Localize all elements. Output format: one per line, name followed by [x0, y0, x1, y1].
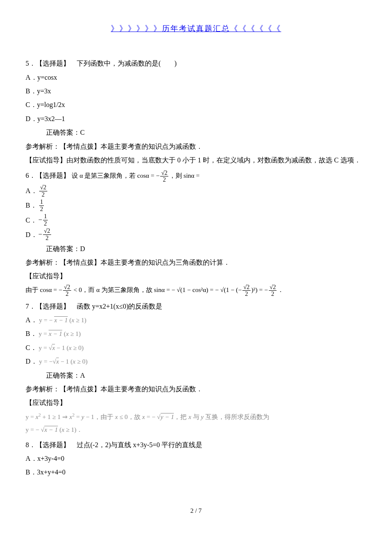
q8-option-b: B．3x+y+4=0: [26, 466, 366, 479]
q5-answer: 正确答案：C: [26, 126, 366, 139]
q7-a-math: y = − x − 1 (x ≥ 1): [39, 316, 86, 324]
q5-analysis-2: 【应试指导】由对数函数的性质可知，当底数大于 0 小于 1 时，在定义域内，对数…: [26, 154, 366, 167]
q5-option-b: B．y=3x: [26, 85, 366, 98]
q6-option-b: B． 12: [26, 199, 366, 212]
q6-b-math: 12: [39, 199, 44, 212]
q6-a-label: A．: [26, 185, 37, 197]
q8-option-a: A．x+3y-4=0: [26, 452, 366, 465]
q6-analysis-3: 由于 cosα = −√22 < 0，而 α 为第三象限角，故 sinα = −…: [26, 284, 366, 298]
q7-d-label: D．: [26, 358, 37, 365]
page-footer: 2 / 7: [26, 505, 366, 517]
q6-b-label: B．: [26, 199, 37, 212]
q7-option-b: B． y = x − 1 (x ≥ 1): [26, 327, 366, 340]
question-5: 5．【选择题】 下列函数中，为减函数的是( ) A．y=cosx B．y=3x …: [26, 57, 366, 167]
q7-answer: 正确答案：A: [26, 369, 366, 382]
question-6: 6．【选择题】 设 α 是第三象限角，若 cosα = −√22，则 sinα …: [26, 169, 366, 297]
q6-stem: 6．【选择题】 设 α 是第三象限角，若 cosα = −√22，则 sinα …: [26, 169, 366, 183]
q6-option-d: D． −√22: [26, 228, 366, 241]
q7-b-math: y = x − 1 (x ≥ 1): [39, 330, 81, 337]
q7-analysis-2: 【应试指导】: [26, 396, 366, 409]
q6-stem-math: 设 α 是第三象限角，若 cosα = −√22，则 sinα =: [72, 172, 199, 179]
q7-analysis-4: y = − √x − 1 (x ≥ 1)．: [26, 424, 366, 436]
q7-option-d: D． y = −√x − 1 (x ≥ 0): [26, 355, 366, 368]
q5-stem: 5．【选择题】 下列函数中，为减函数的是( ): [26, 57, 366, 70]
q7-c-math: y = √x − 1 (x ≥ 0): [39, 344, 84, 351]
q7-analysis-3: y = x2 + 1 ≥ 1 ⇒ x2 = y − 1，由于 x ≤ 0，故 x…: [26, 410, 366, 423]
header-link[interactable]: 》》》》》》历年考试真题汇总《《《《《《: [26, 21, 366, 36]
q6-d-math: −√22: [38, 228, 52, 241]
q6-c-label: C．: [26, 214, 37, 227]
q5-option-d: D．y=3x2—1: [26, 113, 366, 125]
q5-option-a: A．y=cosx: [26, 71, 366, 84]
q6-answer: 正确答案：D: [26, 243, 366, 255]
q6-c-math: −12: [38, 213, 49, 227]
q7-d-math: y = −√x − 1 (x ≥ 0): [39, 358, 88, 365]
q6-d-label: D．: [26, 228, 37, 241]
q7-c-label: C．: [26, 344, 37, 351]
question-7: 7．【选择题】 函数 y=x2+1(x≤0)的反函数是 A． y = − x −…: [26, 300, 366, 436]
q6-analysis-2: 【应试指导】: [26, 270, 366, 283]
q7-b-label: B．: [26, 330, 37, 337]
q6-analysis-1: 参考解析：【考情点拨】本题主要考查的知识点为三角函数的计算．: [26, 256, 366, 269]
q5-option-c: C．y=log1/2x: [26, 98, 366, 111]
q6-option-c: C． −12: [26, 213, 366, 227]
q7-option-a: A． y = − x − 1 (x ≥ 1): [26, 314, 366, 327]
q7-analysis-1: 参考解析：【考情点拨】本题主要考查的知识点为反函数．: [26, 383, 366, 396]
q6-stem-prefix: 6．【选择题】: [26, 172, 70, 179]
q7-stem: 7．【选择题】 函数 y=x2+1(x≤0)的反函数是: [26, 300, 366, 313]
q8-stem: 8．【选择题】 过点(-2，2)与直线 x+3y-5=0 平行的直线是: [26, 439, 366, 451]
q5-analysis-1: 参考解析：【考情点拨】本题主要考查的知识点为减函数．: [26, 140, 366, 153]
question-8: 8．【选择题】 过点(-2，2)与直线 x+3y-5=0 平行的直线是 A．x+…: [26, 439, 366, 479]
q6-a-math: √22: [39, 184, 47, 198]
q7-a-label: A．: [26, 316, 37, 324]
q7-option-c: C． y = √x − 1 (x ≥ 0): [26, 341, 366, 354]
q6-option-a: A． √22: [26, 184, 366, 198]
